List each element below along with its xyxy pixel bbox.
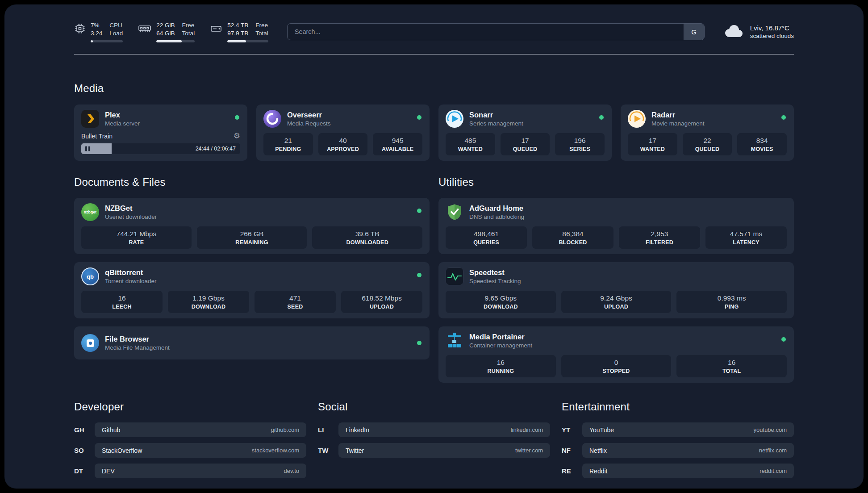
qbittorrent-icon-text: qb <box>87 273 94 280</box>
service-name: Overseerr <box>287 111 331 119</box>
disk-usage-fill <box>227 40 246 42</box>
stat-label: DOWNLOADED <box>314 239 421 246</box>
service-card-speedtest[interactable]: Speedtest Speedtest Tracking 9.65 Gbps D… <box>438 262 794 318</box>
stat-label: REMAINING <box>199 239 305 246</box>
stat-value: 1.19 Gbps <box>170 294 247 302</box>
service-card-plex[interactable]: Plex Media server Bullet Train ⚙ 24:44 /… <box>74 104 247 161</box>
service-card-adguard[interactable]: AdGuard Home DNS and adblocking 498,461 … <box>438 198 794 254</box>
media-card-grid: Plex Media server Bullet Train ⚙ 24:44 /… <box>74 104 794 161</box>
stat-value: 16 <box>678 359 785 367</box>
bookmark-abbr: YT <box>562 426 582 434</box>
bookmark-link[interactable]: Github github.com <box>95 422 306 437</box>
disk-total-label: Total <box>255 29 268 38</box>
cpu-percent: 7% <box>91 21 102 29</box>
service-card-sonarr[interactable]: Sonarr Series management 485 WANTED 17 Q… <box>438 104 612 161</box>
stat-label: PING <box>678 304 785 310</box>
bookmarks-entertainment: Entertainment YT YouTube youtube.com NF … <box>562 401 794 478</box>
service-card-overseerr[interactable]: Overseerr Media Requests 21 PENDING 40 A… <box>256 104 430 161</box>
bookmark-link[interactable]: Netflix netflix.com <box>582 443 794 458</box>
now-playing-title: Bullet Train <box>81 133 113 140</box>
memory-usage-bar <box>156 40 195 42</box>
bookmark-youtube[interactable]: YT YouTube youtube.com <box>562 422 794 437</box>
playback-time: 24:44 / 02:06:47 <box>196 146 236 152</box>
bookmark-link[interactable]: YouTube youtube.com <box>582 422 794 437</box>
settings-gear-icon[interactable]: ⚙ <box>234 132 240 140</box>
pause-icon[interactable] <box>85 146 90 151</box>
search-engine-button[interactable]: G <box>684 24 704 40</box>
service-description: Movie management <box>651 120 705 127</box>
cpu-label: CPU <box>109 21 123 29</box>
stat-tile: 17 WANTED <box>628 133 677 155</box>
bookmark-url: twitter.com <box>515 447 543 454</box>
stat-label: SERIES <box>557 146 603 152</box>
bookmark-link[interactable]: Twitter twitter.com <box>338 443 550 458</box>
memory-icon <box>138 23 151 36</box>
bookmark-reddit[interactable]: RE Reddit reddit.com <box>562 464 794 478</box>
service-name: File Browser <box>105 335 170 343</box>
service-card-radarr[interactable]: Radarr Movie management 17 WANTED 22 QUE… <box>621 104 794 161</box>
stat-tile: 485 WANTED <box>446 133 495 155</box>
memory-total-label: Total <box>182 29 195 38</box>
bookmark-abbr: DT <box>74 467 95 475</box>
stat-value: 9.65 Gbps <box>447 294 554 302</box>
bookmark-url: dev.to <box>284 468 299 474</box>
bookmark-netflix[interactable]: NF Netflix netflix.com <box>562 443 794 458</box>
service-description: DNS and adblocking <box>469 213 524 220</box>
service-description: Speedtest Tracking <box>469 278 521 284</box>
bookmark-name: YouTube <box>589 426 614 434</box>
stat-label: RUNNING <box>447 368 554 374</box>
stat-tile: 2,953 FILTERED <box>619 226 700 249</box>
stat-value: 0 <box>563 359 670 367</box>
disk-total: 97.9 TB <box>227 29 248 38</box>
stat-tile: 39.6 TB DOWNLOADED <box>312 226 422 249</box>
stat-value: 47.571 ms <box>707 230 785 238</box>
filebrowser-icon <box>81 334 99 352</box>
stat-value: 498,461 <box>447 230 525 238</box>
stat-tile: 17 QUEUED <box>501 133 550 155</box>
memory-widget: 22 GiB 64 GiB Free Total <box>138 21 195 42</box>
bookmark-stackoverflow[interactable]: SO StackOverflow stackoverflow.com <box>74 443 306 458</box>
disk-readout: 52.4 TB 97.9 TB Free Total <box>227 21 268 42</box>
bookmark-link[interactable]: StackOverflow stackoverflow.com <box>95 443 306 458</box>
stat-value: 266 GB <box>199 230 305 238</box>
bookmark-abbr: LI <box>318 426 338 434</box>
bookmark-github[interactable]: GH Github github.com <box>74 422 306 437</box>
bookmark-link[interactable]: Reddit reddit.com <box>582 464 794 478</box>
bookmark-dev[interactable]: DT DEV dev.to <box>74 464 306 478</box>
bookmark-name: DEV <box>102 468 115 475</box>
header-divider <box>74 54 794 54</box>
cpu-load-label: Load <box>109 29 123 38</box>
bookmark-url: reddit.com <box>760 468 787 474</box>
stat-label: WANTED <box>630 146 676 152</box>
service-card-filebrowser[interactable]: File Browser Media File Management <box>74 326 430 359</box>
weather-text: Lviv, 16.87°C scattered clouds <box>750 24 794 39</box>
stat-tile: 16 LEECH <box>81 291 163 313</box>
cpu-load-average: 3.24 <box>91 29 102 38</box>
playback-progress-bar[interactable]: 24:44 / 02:06:47 <box>81 143 240 154</box>
search-input[interactable] <box>288 24 684 40</box>
bookmark-name: Github <box>102 426 120 434</box>
bookmark-abbr: GH <box>74 426 95 434</box>
stat-value: 21 <box>265 137 311 145</box>
stat-value: 16 <box>83 294 161 302</box>
bookmark-twitter[interactable]: TW Twitter twitter.com <box>318 443 550 458</box>
bookmark-name: Twitter <box>346 447 364 454</box>
stat-tile: 744.21 Mbps RATE <box>81 226 192 249</box>
stat-value: 834 <box>739 137 785 145</box>
service-card-nzbget[interactable]: nzbget NZBGet Usenet downloader 744.21 M… <box>74 198 430 254</box>
bookmark-link[interactable]: LinkedIn linkedin.com <box>338 422 550 437</box>
stat-tile: 9.24 Gbps UPLOAD <box>561 291 672 313</box>
cpu-usage-bar <box>91 40 123 42</box>
stat-label: MOVIES <box>739 146 785 152</box>
bookmark-link[interactable]: DEV dev.to <box>95 464 306 478</box>
memory-readout: 22 GiB 64 GiB Free Total <box>156 21 195 42</box>
nzbget-icon-text: nzbget <box>84 210 97 214</box>
service-description: Container management <box>469 342 532 349</box>
stat-value: 2,953 <box>621 230 698 238</box>
stat-label: LATENCY <box>707 239 785 246</box>
bookmark-url: youtube.com <box>754 426 787 433</box>
service-card-portainer[interactable]: Media Portainer Container management 16 … <box>438 326 794 383</box>
disk-icon <box>210 23 222 36</box>
bookmark-linkedin[interactable]: LI LinkedIn linkedin.com <box>318 422 550 437</box>
service-card-qbittorrent[interactable]: qb qBittorrent Torrent downloader 16 LEE… <box>74 262 430 318</box>
